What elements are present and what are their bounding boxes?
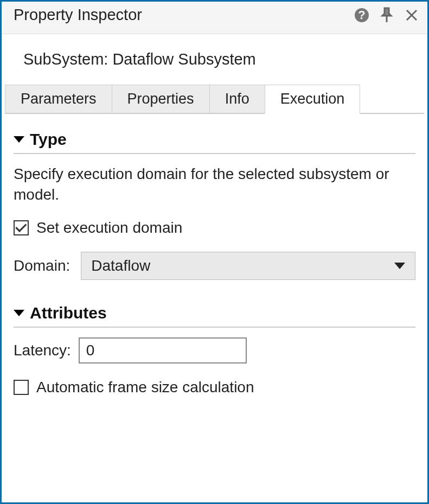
section-header-type[interactable]: Type: [14, 130, 415, 154]
set-execution-domain-label: Set execution domain: [36, 219, 182, 237]
chevron-down-icon: [394, 263, 405, 269]
domain-selected-value: Dataflow: [91, 257, 150, 275]
subsystem-path: SubSystem: Dataflow Subsystem: [2, 34, 427, 85]
auto-frame-size-row: Automatic frame size calculation: [14, 379, 415, 396]
tab-content: Type Specify execution domain for the se…: [2, 114, 427, 502]
tab-bar: Parameters Properties Info Execution: [5, 85, 424, 114]
latency-row: Latency:: [14, 337, 415, 363]
tab-info[interactable]: Info: [209, 85, 265, 113]
property-inspector-panel: Property Inspector ? SubSystem: Da: [0, 0, 429, 504]
domain-label: Domain:: [14, 257, 70, 275]
help-icon[interactable]: ?: [354, 7, 370, 23]
latency-label: Latency:: [14, 342, 71, 359]
domain-row: Domain: Dataflow: [14, 252, 415, 280]
section-title-type: Type: [30, 130, 67, 149]
domain-dropdown[interactable]: Dataflow: [81, 252, 415, 280]
caret-down-icon: [14, 136, 24, 143]
set-execution-domain-row: Set execution domain: [14, 219, 415, 237]
titlebar-icons: ?: [354, 7, 420, 23]
svg-text:?: ?: [358, 8, 365, 22]
auto-frame-size-label: Automatic frame size calculation: [36, 379, 254, 396]
tab-execution[interactable]: Execution: [265, 85, 361, 114]
tab-properties[interactable]: Properties: [112, 85, 210, 113]
caret-down-icon: [14, 310, 24, 316]
titlebar: Property Inspector ?: [2, 2, 427, 34]
section-title-attributes: Attributes: [30, 304, 107, 322]
type-description: Specify execution domain for the selecte…: [14, 164, 415, 205]
panel-title: Property Inspector: [14, 6, 354, 24]
close-icon[interactable]: [404, 7, 420, 23]
set-execution-domain-checkbox[interactable]: [14, 220, 29, 235]
latency-input[interactable]: [79, 337, 247, 363]
tab-parameters[interactable]: Parameters: [5, 85, 112, 113]
section-header-attributes[interactable]: Attributes: [14, 304, 415, 328]
pin-icon[interactable]: [379, 7, 395, 23]
auto-frame-size-checkbox[interactable]: [14, 380, 29, 395]
